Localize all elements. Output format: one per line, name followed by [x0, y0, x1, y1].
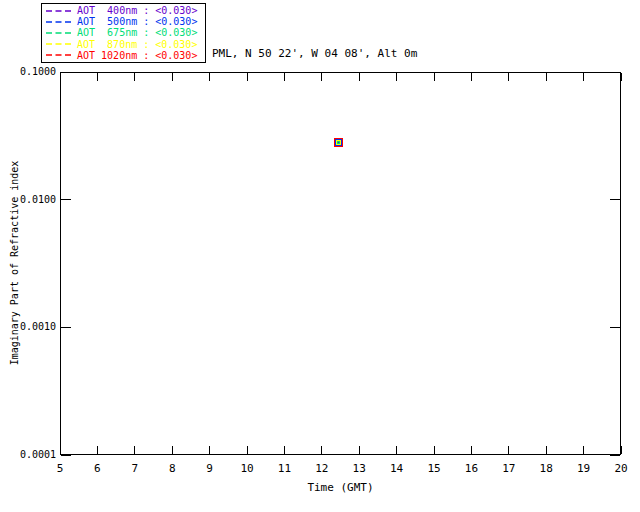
x-axis-title: Time (GMT)	[290, 481, 391, 494]
legend-dash-line-icon	[46, 20, 72, 24]
y-tick-mark	[61, 327, 71, 328]
x-tick-label: 12	[307, 462, 337, 475]
legend-dash-line-icon	[46, 53, 72, 57]
x-tick-mark	[321, 446, 322, 454]
legend-entry-aot-400nm: AOT 400nm : <0.030>	[46, 5, 201, 16]
x-tick-mark	[396, 446, 397, 454]
legend-dash-line-icon	[46, 31, 72, 35]
x-tick-label: 6	[82, 462, 112, 475]
y-tick-label: 0.1000	[6, 66, 56, 77]
y-tick-label: 0.0010	[6, 321, 56, 332]
x-tick-mark	[209, 446, 210, 454]
x-tick-mark-top	[583, 73, 584, 81]
x-tick-mark	[546, 446, 547, 454]
legend-entry-aot-870nm: AOT 870nm : <0.030>	[46, 39, 201, 50]
x-tick-label: 16	[456, 462, 486, 475]
legend-box: AOT 400nm : <0.030>AOT 500nm : <0.030>AO…	[41, 3, 206, 63]
x-tick-label: 15	[419, 462, 449, 475]
x-tick-label: 18	[531, 462, 561, 475]
x-tick-label: 7	[120, 462, 150, 475]
x-tick-mark	[134, 446, 135, 454]
x-tick-mark-top	[209, 73, 210, 81]
x-tick-mark-top	[621, 73, 622, 81]
legend-entry-label: AOT 1020nm : <0.030>	[77, 50, 197, 61]
x-tick-mark	[359, 446, 360, 454]
x-tick-mark-top	[471, 73, 472, 81]
legend-entry-aot-1020nm: AOT 1020nm : <0.030>	[46, 50, 201, 61]
y-tick-mark-right	[610, 327, 620, 328]
x-tick-label: 8	[157, 462, 187, 475]
x-tick-mark-top	[172, 73, 173, 81]
x-tick-mark-top	[284, 73, 285, 81]
x-tick-mark-top	[247, 73, 248, 81]
y-tick-label: 0.0001	[6, 449, 56, 460]
x-tick-mark	[508, 446, 509, 454]
x-tick-mark-top	[134, 73, 135, 81]
y-tick-mark-right	[610, 199, 620, 200]
x-tick-mark	[621, 446, 622, 454]
x-tick-mark-top	[546, 73, 547, 81]
y-tick-mark	[61, 199, 71, 200]
x-tick-label: 17	[494, 462, 524, 475]
legend-entry-aot-675nm: AOT 675nm : <0.030>	[46, 27, 201, 38]
legend-entry-aot-500nm: AOT 500nm : <0.030>	[46, 16, 201, 27]
y-tick-label: 0.0100	[6, 194, 56, 205]
x-tick-mark-top	[321, 73, 322, 81]
x-tick-mark	[97, 446, 98, 454]
x-tick-mark-top	[434, 73, 435, 81]
legend-entry-label: AOT 400nm : <0.030>	[77, 5, 197, 16]
plot-canvas: AOT 400nm : <0.030>AOT 500nm : <0.030>AO…	[0, 0, 640, 512]
y-tick-mark	[61, 455, 71, 456]
x-tick-mark-top	[508, 73, 509, 81]
legend-entry-label: AOT 675nm : <0.030>	[77, 27, 197, 38]
x-tick-mark	[284, 446, 285, 454]
x-tick-label: 13	[344, 462, 374, 475]
y-tick-mark-right	[610, 72, 620, 73]
x-tick-label: 14	[382, 462, 412, 475]
x-tick-mark	[247, 446, 248, 454]
legend-dash-line-icon	[46, 9, 72, 13]
y-tick-mark-right	[610, 455, 620, 456]
x-tick-label: 10	[232, 462, 262, 475]
x-tick-label: 9	[195, 462, 225, 475]
x-tick-label: 5	[45, 462, 75, 475]
x-tick-mark	[60, 446, 61, 454]
x-tick-mark-top	[97, 73, 98, 81]
x-tick-mark	[172, 446, 173, 454]
data-point-marker	[334, 132, 343, 141]
y-tick-mark	[61, 72, 71, 73]
legend-entry-label: AOT 500nm : <0.030>	[77, 16, 197, 27]
x-tick-label: 11	[269, 462, 299, 475]
x-tick-mark	[434, 446, 435, 454]
legend-entry-label: AOT 870nm : <0.030>	[77, 39, 197, 50]
x-tick-label: 20	[606, 462, 636, 475]
x-tick-label: 19	[569, 462, 599, 475]
y-axis-title: Imaginary Part of Refractive index	[9, 161, 20, 366]
x-tick-mark-top	[359, 73, 360, 81]
x-tick-mark-top	[396, 73, 397, 81]
legend-dash-line-icon	[46, 42, 72, 46]
x-tick-mark	[471, 446, 472, 454]
x-tick-mark	[583, 446, 584, 454]
x-tick-mark-top	[60, 73, 61, 81]
plot-area	[60, 72, 621, 455]
header-location: PML, N 50 22', W 04 08', Alt 0m	[212, 44, 417, 63]
